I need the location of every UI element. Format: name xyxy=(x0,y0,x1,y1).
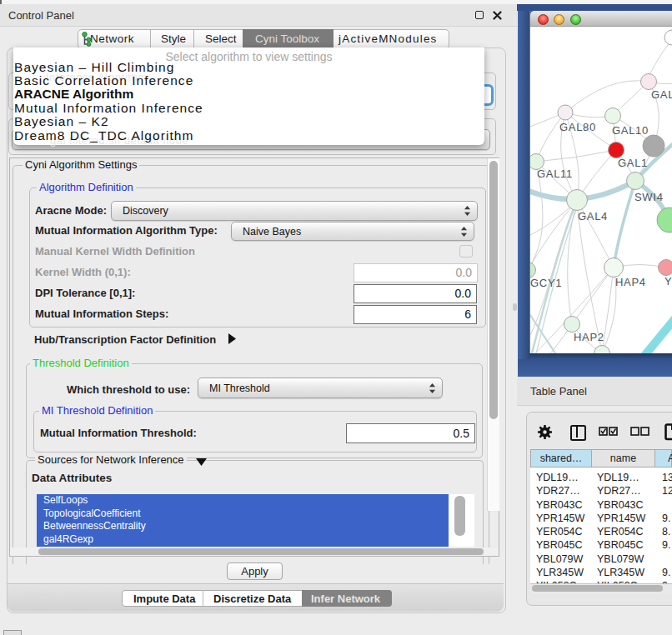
svg-text:HAP4: HAP4 xyxy=(615,276,646,288)
svg-text:GAL10: GAL10 xyxy=(612,124,649,137)
svg-text:GAL4: GAL4 xyxy=(578,210,608,222)
svg-text:GAL80: GAL80 xyxy=(559,121,596,133)
svg-text:GAL1: GAL1 xyxy=(618,157,648,169)
svg-text:GAL11: GAL11 xyxy=(537,168,573,180)
svg-text:GCY1: GCY1 xyxy=(530,277,562,289)
svg-text:GAL: GAL xyxy=(651,88,672,101)
svg-text:SWI4: SWI4 xyxy=(634,191,664,203)
svg-text:Y: Y xyxy=(664,275,672,288)
svg-text:HAP2: HAP2 xyxy=(574,331,604,343)
